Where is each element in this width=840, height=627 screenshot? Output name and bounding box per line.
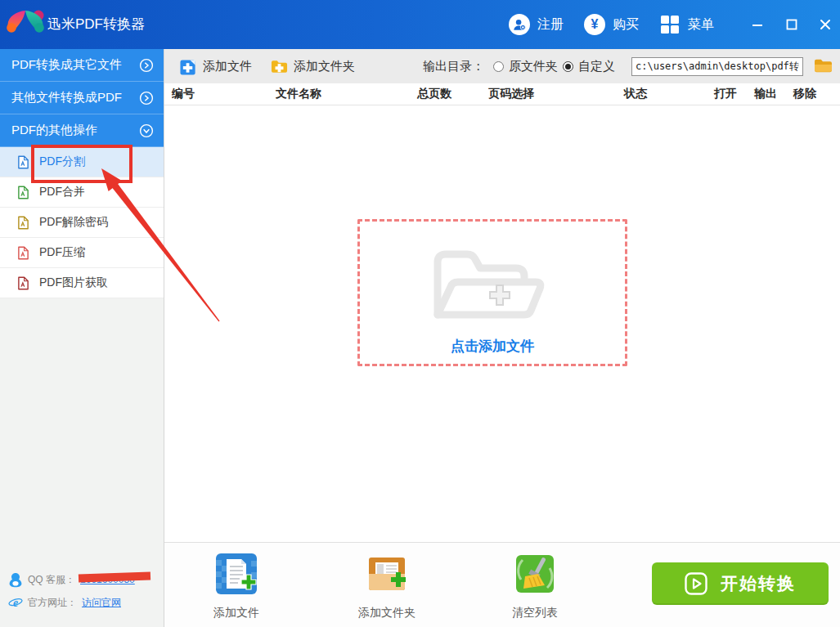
add-folder-big-label: 添加文件夹: [350, 606, 424, 620]
maximize-icon: [786, 19, 797, 30]
app-title: 迅米PDF转换器: [47, 0, 145, 49]
add-file-toolbar-button[interactable]: 添加文件: [180, 49, 252, 83]
col-page-selection[interactable]: 页码选择: [488, 87, 534, 101]
col-number[interactable]: 编号: [172, 87, 195, 101]
add-file-icon: [180, 58, 197, 75]
sidebar-item-pdf-merge[interactable]: PDF合并: [0, 177, 164, 208]
add-file-big-icon: [215, 553, 258, 595]
radio-custom-folder[interactable]: 自定义: [563, 49, 615, 83]
col-total-pages[interactable]: 总页数: [417, 87, 451, 101]
browse-folder-button[interactable]: [814, 57, 833, 74]
add-file-big-button[interactable]: 添加文件: [200, 553, 273, 620]
radio-checked-icon[interactable]: [563, 61, 573, 72]
pdf-file-icon: [17, 276, 29, 290]
sidebar-item-label: PDF压缩: [39, 245, 85, 260]
sidebar-item-pdf-extract-images[interactable]: PDF图片获取: [0, 268, 164, 298]
start-convert-button[interactable]: 开始转换: [652, 562, 829, 605]
radio-custom-label: 自定义: [578, 59, 615, 74]
col-filename[interactable]: 文件名称: [276, 87, 321, 101]
red-redaction-bar: [79, 571, 150, 582]
minimize-icon: [752, 19, 763, 30]
start-convert-label: 开始转换: [721, 572, 796, 595]
play-icon: [685, 572, 707, 595]
add-folder-big-button[interactable]: 添加文件夹: [350, 553, 424, 620]
radio-unchecked-icon[interactable]: [493, 61, 504, 72]
sidebar-footer: QQ 客服： 1661600030 e 官方网址： 访问官网: [8, 571, 164, 616]
pdf-file-icon: [17, 216, 29, 230]
menu-button[interactable]: 菜单: [659, 0, 714, 49]
register-user-icon: [509, 14, 530, 35]
register-label: 注册: [537, 16, 564, 34]
col-output[interactable]: 输出: [754, 87, 777, 101]
sidebar: PDF转换成其它文件 其他文件转换成PDF PDF的其他操作: [0, 49, 164, 627]
radio-original-label: 原文件夹: [509, 59, 558, 74]
sidebar-group-pdf-to-other[interactable]: PDF转换成其它文件: [0, 49, 164, 82]
folder-icon: [814, 57, 833, 74]
add-file-big-label: 添加文件: [200, 606, 273, 620]
pdf-file-icon: [17, 186, 29, 199]
sidebar-item-pdf-remove-password[interactable]: PDF解除密码: [0, 208, 164, 238]
add-folder-toolbar-button[interactable]: 添加文件夹: [271, 49, 355, 83]
menu-label: 菜单: [688, 16, 714, 34]
add-file-label: 添加文件: [203, 59, 252, 74]
minimize-button[interactable]: [745, 0, 770, 49]
close-button[interactable]: [812, 0, 838, 49]
file-dropzone[interactable]: 点击添加文件: [357, 219, 627, 366]
sidebar-item-pdf-compress[interactable]: PDF压缩: [0, 238, 164, 268]
col-open[interactable]: 打开: [714, 87, 737, 101]
sidebar-group-pdf-other-ops[interactable]: PDF的其他操作: [0, 114, 164, 147]
pdf-file-icon: [17, 246, 29, 260]
clear-list-button[interactable]: 清空列表: [498, 553, 572, 620]
file-list-area: 点击添加文件: [164, 105, 840, 542]
pdf-file-icon: [17, 155, 29, 169]
buy-button[interactable]: ¥ 购买: [584, 0, 639, 49]
output-path-input[interactable]: [631, 57, 803, 76]
output-dir-label: 输出目录：: [423, 49, 484, 83]
titlebar: 迅米PDF转换器 注册 ¥ 购买: [0, 0, 840, 49]
file-table-header: 编号 文件名称 总页数 页码选择 状态 打开 输出 移除: [164, 83, 840, 105]
add-folder-label: 添加文件夹: [294, 59, 355, 74]
clear-list-label: 清空列表: [498, 606, 572, 620]
yen-icon: ¥: [584, 14, 605, 35]
add-folder-big-icon: [366, 553, 408, 595]
menu-grid-icon: [659, 14, 681, 35]
chevron-right-circle-icon: [139, 91, 154, 105]
chevron-down-circle-icon: [139, 123, 154, 138]
visit-site-link[interactable]: 访问官网: [82, 596, 121, 610]
buy-label: 购买: [613, 16, 639, 34]
toolbar: 添加文件 添加文件夹 输出目录： 原文件夹 自定义: [164, 49, 840, 83]
chevron-right-circle-icon: [139, 58, 154, 73]
add-folder-icon: [271, 58, 288, 75]
qq-service-label: QQ 客服：: [28, 573, 75, 587]
app-window: 迅米PDF转换器 注册 ¥ 购买: [0, 0, 840, 627]
app-logo-icon: [7, 6, 44, 43]
sidebar-item-label: PDF合并: [39, 185, 85, 199]
official-site-label: 官方网址：: [28, 596, 77, 610]
ie-browser-icon: e: [8, 595, 23, 610]
qq-icon: [8, 572, 23, 588]
sidebar-item-label: PDF解除密码: [39, 215, 108, 230]
sidebar-group-other-to-pdf[interactable]: 其他文件转换成PDF: [0, 82, 164, 114]
col-remove[interactable]: 移除: [793, 87, 816, 101]
radio-original-folder[interactable]: 原文件夹: [493, 49, 558, 83]
close-icon: [820, 19, 831, 30]
svg-text:e: e: [13, 597, 18, 609]
main-panel: 添加文件 添加文件夹 输出目录： 原文件夹 自定义: [164, 49, 840, 627]
dropzone-hint: 点击添加文件: [360, 337, 625, 356]
sidebar-item-pdf-split[interactable]: PDF分割: [0, 147, 164, 177]
col-status[interactable]: 状态: [624, 87, 647, 101]
sidebar-item-label: PDF图片获取: [39, 275, 108, 290]
maximize-button[interactable]: [779, 0, 804, 49]
sidebar-item-label: PDF分割: [39, 155, 85, 169]
bottom-action-bar: 添加文件 添加文件夹: [164, 542, 840, 627]
open-folder-add-icon: [415, 233, 570, 338]
clear-list-broom-icon: [514, 553, 556, 595]
register-button[interactable]: 注册: [509, 0, 564, 49]
